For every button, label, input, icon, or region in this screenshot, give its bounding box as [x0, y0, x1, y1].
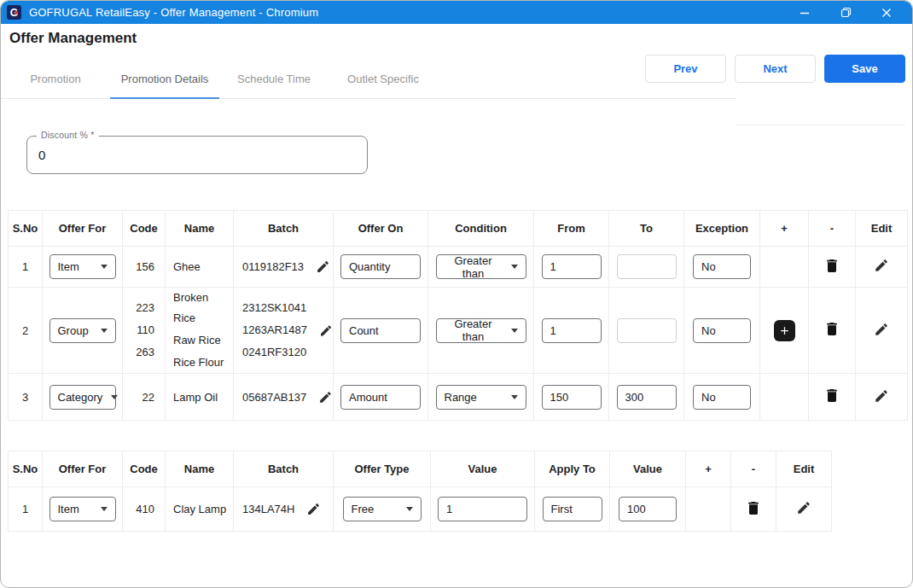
prev-button[interactable]: Prev — [645, 55, 726, 83]
col-name: Name — [166, 451, 234, 487]
batch-cell: 2312SK1041 1263AR1487 0241RF3120 — [234, 288, 334, 374]
caret-down-icon — [511, 329, 518, 333]
table-row: 1 Item 410 Clay Lamp 134LA74H Free — [9, 487, 832, 532]
offer-for-select[interactable]: Item — [49, 254, 116, 279]
edit-batch-icon[interactable] — [319, 323, 333, 338]
plus-icon — [778, 324, 791, 337]
code-cell: 22 — [123, 374, 166, 421]
col-offer-for: Offer For — [43, 211, 123, 247]
exception-input[interactable] — [693, 254, 751, 279]
col-name: Name — [166, 211, 234, 247]
gofrugal-logo-icon: G — [7, 5, 21, 20]
edit-batch-icon[interactable] — [316, 259, 330, 274]
col-remove: - — [731, 451, 776, 487]
tab-schedule-time[interactable]: Schedule Time — [219, 60, 329, 98]
offer-for-select[interactable]: Item — [49, 497, 116, 521]
offer-for-select[interactable]: Group — [49, 318, 116, 343]
from-input[interactable] — [542, 318, 602, 343]
trash-icon — [823, 387, 840, 405]
restore-icon[interactable] — [834, 4, 857, 21]
edit-row-button[interactable] — [874, 388, 889, 404]
condition-select[interactable]: Greater than — [436, 254, 526, 279]
tab-outlet-specific[interactable]: Outlet Specific — [329, 60, 438, 98]
add-cell — [686, 487, 731, 532]
delete-row-button[interactable] — [823, 320, 840, 338]
from-input[interactable] — [542, 385, 602, 410]
title-bar: G GOFRUGAL RetailEasy - Offer Management… — [1, 1, 912, 24]
minimize-icon[interactable] — [794, 4, 816, 21]
apply-value-input[interactable] — [619, 497, 677, 521]
col-to: To — [609, 211, 684, 247]
page-title: Offer Management — [9, 30, 137, 47]
to-input[interactable] — [617, 318, 677, 343]
edit-row-button[interactable] — [796, 500, 811, 515]
col-condition: Condition — [428, 211, 534, 247]
edit-row-button[interactable] — [874, 322, 889, 337]
to-input[interactable] — [617, 254, 677, 279]
col-add: + — [686, 451, 731, 487]
table-row: 2 Group 223 110 263 Broken Rice Raw Rice… — [9, 288, 908, 374]
sno-cell: 2 — [9, 288, 43, 374]
table-row: 3 Category 22 Lamp Oil 05687AB137 Range — [9, 374, 908, 421]
offer-type-select[interactable]: Free — [343, 497, 422, 521]
code-cell: 223 110 263 — [123, 288, 166, 374]
col-offer-type: Offer Type — [334, 451, 431, 487]
offer-on-input[interactable] — [340, 385, 421, 410]
caret-down-icon — [101, 265, 108, 269]
next-button[interactable]: Next — [735, 55, 816, 83]
sno-cell: 1 — [9, 247, 43, 288]
tab-promotion-details[interactable]: Promotion Details — [110, 60, 219, 98]
batch-cell: 0119182F13 — [234, 259, 333, 274]
edit-row-button[interactable] — [874, 258, 889, 273]
name-cell: Lamp Oil — [166, 374, 234, 421]
condition-select[interactable]: Range — [436, 385, 526, 410]
col-apply-value: Value — [610, 451, 686, 487]
offer-for-select[interactable]: Category — [49, 385, 116, 410]
from-input[interactable] — [542, 254, 602, 279]
col-code: Code — [123, 451, 166, 487]
pencil-icon — [874, 258, 889, 273]
caret-down-icon — [511, 265, 518, 269]
condition-select[interactable]: Greater than — [436, 318, 526, 343]
col-exception: Exception — [684, 211, 760, 247]
col-add: + — [760, 211, 809, 247]
caret-down-icon — [101, 507, 108, 511]
value-input[interactable] — [438, 497, 527, 521]
caret-down-icon — [111, 395, 118, 399]
delete-row-button[interactable] — [823, 257, 840, 275]
table-row: 1 Item 156 Ghee 0119182F13 Greater than — [9, 247, 908, 288]
trash-icon — [823, 320, 840, 338]
offer-on-input[interactable] — [340, 318, 421, 343]
to-input[interactable] — [617, 385, 677, 410]
discount-field: Discount % * — [26, 136, 368, 174]
exception-input[interactable] — [693, 318, 751, 343]
col-apply-to: Apply To — [535, 451, 610, 487]
add-row-button[interactable] — [774, 320, 795, 341]
window-title: GOFRUGAL RetailEasy - Offer Management -… — [29, 6, 318, 19]
discount-field-label: Discount % * — [37, 130, 99, 140]
apply-to-input[interactable] — [543, 497, 602, 521]
code-cell: 410 — [123, 487, 166, 532]
tab-promotion[interactable]: Promotion — [1, 60, 110, 98]
edit-batch-icon[interactable] — [318, 390, 333, 405]
col-from: From — [534, 211, 609, 247]
trash-icon — [745, 499, 762, 517]
exception-input[interactable] — [693, 385, 751, 410]
add-cell — [760, 247, 809, 288]
delete-row-button[interactable] — [823, 387, 840, 405]
caret-down-icon — [406, 507, 413, 511]
pencil-icon — [874, 322, 889, 337]
name-cell: Broken Rice Raw Rice Rice Flour — [166, 288, 234, 374]
col-offer-for: Offer For — [43, 451, 123, 487]
delete-row-button[interactable] — [745, 499, 762, 517]
caret-down-icon — [511, 395, 518, 399]
pencil-icon — [796, 500, 811, 515]
conditions-table: S.No Offer For Code Name Batch Offer On … — [8, 210, 908, 421]
edit-batch-icon[interactable] — [306, 502, 321, 516]
discount-input[interactable] — [27, 137, 367, 173]
save-button[interactable]: Save — [824, 55, 905, 83]
offer-on-input[interactable] — [340, 254, 421, 279]
col-remove: - — [809, 211, 856, 247]
tab-bar: Promotion Promotion Details Schedule Tim… — [1, 60, 736, 99]
close-icon[interactable] — [875, 4, 898, 21]
